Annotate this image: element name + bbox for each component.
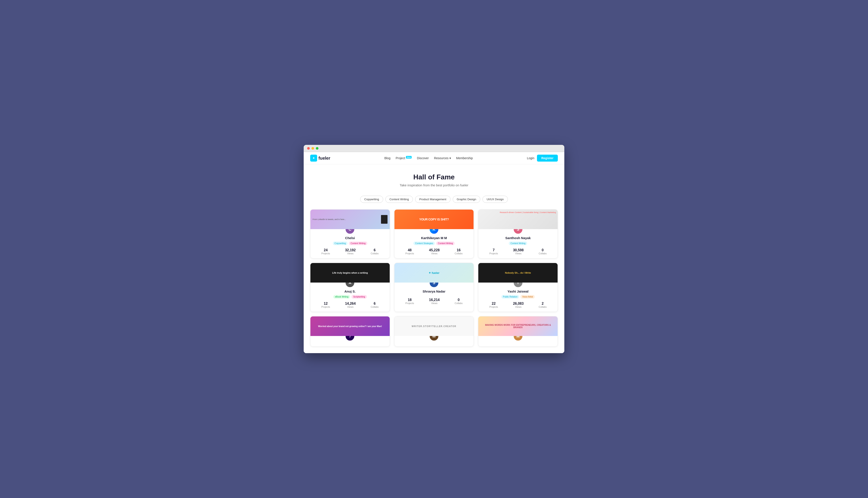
card-banner-chelsi: From LinkedIn to tweets, and in here... [311, 210, 390, 229]
tags-santhosh: Content Writing [482, 241, 554, 245]
card-banner-bottom1: Worried about your brand not growing onl… [311, 316, 390, 336]
browser-window: ✦ fueler Blog Project New Discover Resou… [304, 145, 564, 353]
nav-project[interactable]: Project New [396, 156, 412, 160]
card-bottom3[interactable]: MAKING WORDS WORK FOR ENTREPRENEURS, CRE… [478, 316, 558, 346]
stats-anuj: 12 Projects 14,264 Views 6 Collabs [314, 302, 386, 308]
tags-anuj: eBook Writing Scriptwriting [314, 295, 386, 299]
tag-public-relation: Public Relation [501, 295, 520, 299]
nav-links: Blog Project New Discover Resources ▾ Me… [384, 156, 473, 160]
logo-icon: ✦ [310, 155, 317, 161]
stats-shravya: 18 Projects 16,214 Views 0 Collabs [398, 298, 470, 304]
banner-text-karthik: YOUR COPY IS SHIT? [419, 218, 449, 221]
banner-text-bottom3: MAKING WORDS WORK FOR ENTREPRENEURS, CRE… [481, 324, 555, 329]
tag-content-writing: Content Writing [349, 241, 367, 245]
stat-projects-chelsi: 24 Projects [321, 248, 330, 255]
stat-views-shravya: 16,214 Views [429, 298, 440, 304]
login-button[interactable]: Login [527, 156, 534, 160]
stat-projects-santhosh: 7 Projects [489, 248, 498, 255]
tag-scriptwriting: Scriptwriting [352, 295, 367, 299]
tags-chelsi: Copywriting Content Writing [314, 241, 386, 245]
stat-projects-karthik: 48 Projects [405, 248, 414, 255]
nav-discover[interactable]: Discover [417, 156, 429, 160]
card-name-karthik: Karthikeyan M M [398, 236, 470, 240]
nav-membership[interactable]: Membership [456, 156, 473, 160]
stat-projects-anuj: 12 Projects [321, 302, 330, 308]
card-body-anuj: A Anuj S. eBook Writing Scriptwriting 12… [311, 278, 390, 312]
banner-text-yashi: Nobody Sh... ds I Write [505, 272, 531, 274]
register-button[interactable]: Register [537, 155, 558, 161]
filter-tabs: Copywriting Content Writing Product Mana… [304, 191, 564, 207]
card-banner-bottom3: MAKING WORDS WORK FOR ENTREPRENEURS, CRE… [478, 316, 557, 336]
stat-collabs-karthik: 16 Collabs [455, 248, 463, 255]
card-body-santhosh: S Santhosh Nayak Content Writing 7 Proje… [478, 224, 557, 258]
banner-decoration [381, 215, 387, 224]
card-yashi[interactable]: Nobody Sh... ds I Write Y Yashi Jaiswal … [478, 263, 558, 312]
dot-yellow[interactable] [312, 147, 314, 149]
hero-title: Hall of Fame [308, 173, 560, 181]
card-bottom2[interactable]: WRITER.STORYTELLER.CREATOR W [394, 316, 474, 346]
tag-ebook-writing: eBook Writing [333, 295, 350, 299]
stat-collabs-yashi: 2 Collabs [539, 302, 547, 308]
card-santhosh[interactable]: Research-driven Content | Sustainable li… [478, 209, 558, 259]
banner-text-bottom2: WRITER.STORYTELLER.CREATOR [412, 325, 456, 328]
banner-text-santhosh: Research-driven Content | Sustainable li… [500, 211, 556, 213]
stat-projects-shravya: 18 Projects [405, 298, 414, 304]
stat-views-chelsi: 32,192 Views [345, 248, 356, 255]
card-banner-shravya: ✦ fueler [394, 263, 474, 283]
filter-uiux-design[interactable]: UI/UX Design [483, 196, 508, 203]
card-body-karthik: K Karthikeyan M M Content Strategies Con… [394, 224, 474, 258]
banner-text-chelsi: From LinkedIn to tweets, and in here... [313, 218, 346, 221]
dot-green[interactable] [316, 147, 318, 149]
stats-yashi: 22 Projects 26,083 Views 2 Collabs [482, 302, 554, 308]
stat-collabs-santhosh: 0 Collabs [539, 248, 547, 255]
stat-projects-yashi: 22 Projects [489, 302, 498, 308]
tag-voice-artist: Voice Artist [521, 295, 535, 299]
tag-content-writing-karthik: Content Writing [436, 241, 455, 245]
card-name-santhosh: Santhosh Nayak [482, 236, 554, 240]
card-name-chelsi: Chelsi [314, 236, 386, 240]
logo-text: fueler [318, 156, 330, 161]
card-banner-yashi: Nobody Sh... ds I Write [478, 263, 557, 283]
banner-text-anuj: Life truly begins when a writing [332, 272, 368, 274]
dot-red[interactable] [307, 147, 310, 149]
card-karthik[interactable]: YOUR COPY IS SHIT? K Karthikeyan M M Con… [394, 209, 474, 259]
hero-section: Hall of Fame Take inspiration from the b… [304, 165, 564, 191]
card-shravya[interactable]: ✦ fueler S Shravya Nadar 18 Projects [394, 263, 474, 312]
stat-views-anuj: 14,264 Views [345, 302, 356, 308]
stats-karthik: 48 Projects 45,228 Views 16 Collabs [398, 248, 470, 255]
card-body-chelsi: C Chelsi Copywriting Content Writing 24 … [311, 224, 390, 258]
cards-grid: From LinkedIn to tweets, and in here... … [304, 207, 564, 353]
browser-content: ✦ fueler Blog Project New Discover Resou… [304, 152, 564, 353]
banner-text-shravya: ✦ fueler [429, 271, 439, 275]
new-badge: New [406, 156, 412, 159]
logo[interactable]: ✦ fueler [310, 155, 330, 161]
card-name-anuj: Anuj S. [314, 289, 386, 293]
card-bottom1[interactable]: Worried about your brand not growing onl… [310, 316, 390, 346]
filter-copywriting[interactable]: Copywriting [360, 196, 383, 203]
card-chelsi[interactable]: From LinkedIn to tweets, and in here... … [310, 209, 390, 259]
filter-graphic-design[interactable]: Graphic Design [453, 196, 481, 203]
card-name-shravya: Shravya Nadar [398, 289, 470, 293]
tags-karthik: Content Strategies Content Writing [398, 241, 470, 245]
card-name-yashi: Yashi Jaiswal [482, 289, 554, 293]
stats-santhosh: 7 Projects 30,598 Views 0 Collabs [482, 248, 554, 255]
browser-titlebar [304, 145, 564, 152]
banner-text-bottom1: Worried about your brand not growing onl… [318, 325, 382, 328]
stat-collabs-anuj: 6 Collabs [371, 302, 379, 308]
card-banner-karthik: YOUR COPY IS SHIT? [394, 210, 474, 229]
filter-product-management[interactable]: Product Management [415, 196, 450, 203]
stats-chelsi: 24 Projects 32,192 Views 6 Collabs [314, 248, 386, 255]
nav-blog[interactable]: Blog [384, 156, 390, 160]
hero-subtitle: Take inspiration from the best portfolio… [308, 183, 560, 187]
stat-collabs-shravya: 0 Collabs [455, 298, 463, 304]
stat-collabs-chelsi: 6 Collabs [371, 248, 379, 255]
stat-views-yashi: 26,083 Views [513, 302, 524, 308]
card-banner-bottom2: WRITER.STORYTELLER.CREATOR [394, 316, 474, 336]
card-body-yashi: Y Yashi Jaiswal Public Relation Voice Ar… [478, 278, 557, 312]
card-anuj[interactable]: Life truly begins when a writing A Anuj … [310, 263, 390, 312]
filter-content-writing[interactable]: Content Writing [385, 196, 413, 203]
tag-content-writing-santhosh: Content Writing [509, 241, 527, 245]
card-banner-anuj: Life truly begins when a writing [311, 263, 390, 283]
nav-resources[interactable]: Resources ▾ [434, 156, 451, 160]
stat-views-santhosh: 30,598 Views [513, 248, 524, 255]
